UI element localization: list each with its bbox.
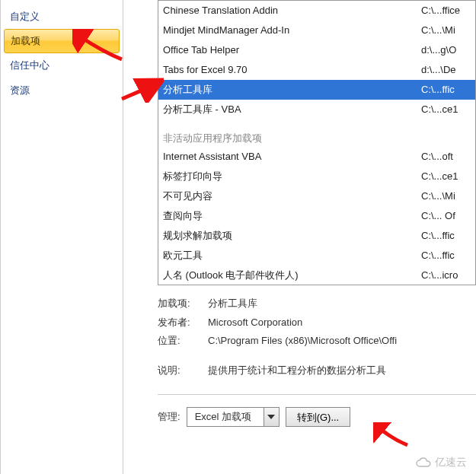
addin-path: C:\...\Mi [421, 188, 471, 205]
addin-row[interactable]: Internet Assistant VBA C:\...oft [158, 147, 475, 167]
addin-row[interactable]: 标签打印向导 C:\...ce1 [158, 167, 475, 186]
manage-dropdown[interactable]: Excel 加载项 [187, 407, 280, 427]
addin-row[interactable]: 分析工具库 - VBA C:\...ce1 [158, 100, 475, 119]
addin-path: C:\...ce1 [421, 168, 471, 185]
details-description-value: 提供用于统计和工程分析的数据分析工具 [208, 361, 476, 380]
addin-name: 分析工具库 - VBA [163, 101, 421, 118]
sidebar-item-resources[interactable]: 资源 [1, 78, 123, 103]
sidebar-item-customize[interactable]: 自定义 [1, 5, 123, 29]
addin-name: 标签打印向导 [163, 168, 421, 185]
manage-dropdown-value: Excel 加载项 [187, 408, 264, 426]
addin-name: Internet Assistant VBA [163, 148, 421, 165]
addin-name: Office Tab Helper [163, 42, 421, 59]
addin-path: d:\...\De [421, 62, 471, 78]
addin-row-selected[interactable]: 分析工具库 C:\...ffic [158, 80, 475, 100]
manage-label: 管理: [158, 410, 180, 424]
watermark: 亿速云 [415, 456, 467, 469]
addin-path: C:\...oft [421, 148, 471, 165]
addin-name: Mindjet MindManager Add-In [163, 22, 421, 39]
addin-name: 欧元工具 [163, 247, 421, 264]
details-publisher-label: 发布者: [158, 313, 208, 332]
details-addin-value: 分析工具库 [208, 294, 476, 313]
addin-row[interactable]: 人名 (Outlook 电子邮件收件人) C:\...icro [158, 266, 475, 285]
chevron-down-icon[interactable] [264, 408, 279, 426]
sidebar: 自定义 加载项 信任中心 资源 [0, 0, 123, 474]
addin-name: 不可见内容 [163, 188, 421, 205]
addin-path: C:\...icro [421, 267, 471, 284]
addin-path: C:\... Of [421, 208, 471, 224]
addin-row[interactable]: 欧元工具 C:\...ffic [158, 246, 475, 266]
details-location-label: 位置: [158, 332, 208, 351]
details-addin-label: 加载项: [158, 294, 208, 313]
details-location-value: C:\Program Files (x86)\Microsoft Office\… [208, 332, 476, 351]
sidebar-item-trust-center[interactable]: 信任中心 [1, 53, 123, 78]
sidebar-item-addins[interactable]: 加载项 [4, 29, 120, 53]
addin-path: C:\...ce1 [421, 101, 471, 118]
addin-path: C:\...ffic [421, 81, 471, 98]
addin-name: 规划求解加载项 [163, 227, 421, 244]
addin-path: C:\...ffice [421, 2, 471, 19]
addin-name: 分析工具库 [163, 81, 421, 98]
addin-row[interactable]: 规划求解加载项 C:\...ffic [158, 226, 475, 246]
addin-name: 查阅向导 [163, 208, 421, 224]
addin-row[interactable]: 查阅向导 C:\... Of [158, 206, 475, 226]
manage-bar: 管理: Excel 加载项 转到(G)... [158, 394, 476, 427]
addin-row[interactable]: Mindjet MindManager Add-In C:\...\Mi [158, 21, 475, 40]
cloud-icon [415, 457, 432, 468]
addin-path: C:\...ffic [421, 227, 471, 244]
watermark-text: 亿速云 [435, 456, 467, 469]
main-panel: Chinese Translation Addin C:\...ffice Mi… [123, 0, 476, 474]
go-button[interactable]: 转到(G)... [286, 407, 351, 427]
inactive-section-header: 非活动应用程序加载项 [158, 127, 475, 147]
addin-name: Tabs for Excel 9.70 [163, 62, 421, 78]
addin-details: 加载项: 分析工具库 发布者: Microsoft Corporation 位置… [158, 291, 476, 380]
addin-name: Chinese Translation Addin [163, 2, 421, 19]
addin-list[interactable]: Chinese Translation Addin C:\...ffice Mi… [158, 0, 476, 285]
addin-path: d:\...g\O [421, 42, 471, 59]
addin-name: 人名 (Outlook 电子邮件收件人) [163, 267, 421, 284]
details-description-label: 说明: [158, 361, 208, 380]
addin-row[interactable]: Chinese Translation Addin C:\...ffice [158, 1, 475, 21]
addin-row[interactable]: Tabs for Excel 9.70 d:\...\De [158, 60, 475, 80]
addin-row[interactable]: 不可见内容 C:\...\Mi [158, 186, 475, 206]
details-publisher-value: Microsoft Corporation [208, 313, 476, 332]
addin-row[interactable]: Office Tab Helper d:\...g\O [158, 40, 475, 60]
addin-path: C:\...ffic [421, 247, 471, 264]
addin-path: C:\...\Mi [421, 22, 471, 39]
